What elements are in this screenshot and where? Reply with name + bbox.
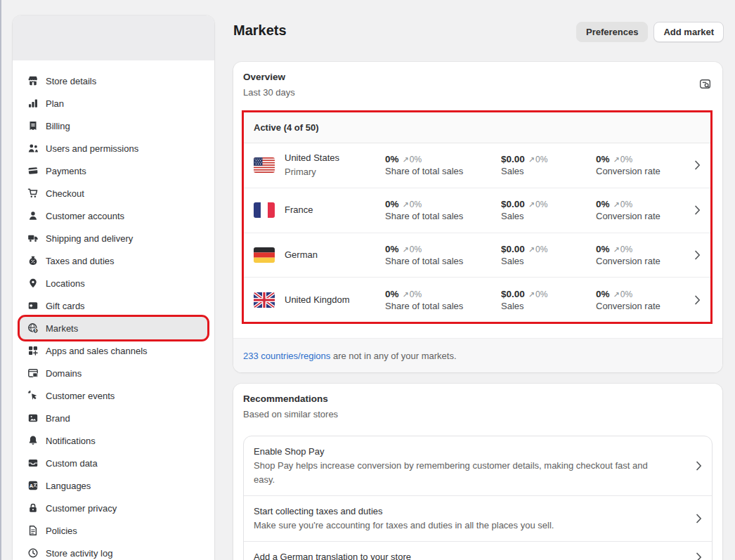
- add-market-button[interactable]: Add market: [653, 22, 724, 42]
- sidebar-item-custom-data[interactable]: Custom data: [20, 452, 207, 474]
- active-markets-annotation-box: Active (4 of 50) United States Primary 0…: [242, 110, 713, 324]
- sidebar-item-label: Custom data: [46, 458, 98, 469]
- sidebar-item-customer-privacy[interactable]: Customer privacy: [20, 497, 207, 519]
- chevron-right-icon: [691, 160, 701, 170]
- sidebar-item-locations[interactable]: Locations: [20, 272, 207, 294]
- location-pin-icon: [27, 278, 39, 289]
- chevron-right-icon: [691, 250, 701, 260]
- stat-sales: $0.00↗0% Sales: [501, 289, 596, 311]
- preferences-button[interactable]: Preferences: [576, 22, 648, 42]
- truck-icon: [27, 233, 39, 245]
- sidebar-item-shipping-and-delivery[interactable]: Shipping and delivery: [20, 227, 207, 249]
- sidebar-item-notifications[interactable]: Notifications: [20, 429, 207, 452]
- recommendation-enable-shop-pay[interactable]: Enable Shop Pay Shop Pay helps increase …: [244, 436, 712, 495]
- recommendation-start-collecting-taxes[interactable]: Start collecting taxes and duties Make s…: [244, 495, 712, 541]
- sidebar-item-brand[interactable]: Brand: [20, 407, 207, 429]
- chevron-right-icon: [692, 514, 702, 523]
- translate-icon: A: [27, 480, 39, 492]
- sidebar-item-label: Billing: [46, 121, 70, 131]
- sidebar-item-customer-events[interactable]: Customer events: [20, 384, 207, 407]
- sidebar-item-taxes-and-duties[interactable]: Taxes and duties: [20, 249, 207, 272]
- sidebar-item-payments[interactable]: Payments: [20, 159, 207, 182]
- sidebar-item-label: Apps and sales channels: [46, 346, 148, 356]
- sidebar-item-checkout[interactable]: Checkout: [20, 182, 207, 204]
- uk-flag-icon: [254, 292, 275, 308]
- market-row-united-states[interactable]: United States Primary 0%↗0% Share of tot…: [244, 143, 710, 188]
- sidebar-item-label: Payments: [46, 166, 86, 176]
- settings-sidebar: Store details Plan Billing Users and per…: [13, 15, 214, 560]
- market-subtitle: Primary: [285, 165, 385, 179]
- recommendation-add-german-translation[interactable]: Add a German translation to your store: [244, 541, 712, 560]
- cursor-click-icon: [27, 390, 39, 402]
- recommendation-description: Make sure you're accounting for taxes an…: [254, 519, 660, 533]
- recommendation-title: Add a German translation to your store: [254, 550, 684, 560]
- sidebar-item-plan[interactable]: Plan: [20, 92, 207, 115]
- sidebar-item-label: Store activity log: [46, 548, 112, 559]
- billing-receipt-icon: [27, 120, 39, 132]
- plan-chart-icon: [27, 98, 39, 110]
- market-row-german[interactable]: German 0%↗0% Share of total sales $0.00↗…: [244, 233, 710, 278]
- sidebar-item-label: Users and permissions: [46, 143, 138, 154]
- domains-window-icon: [27, 367, 39, 379]
- market-name: United Kingdom: [285, 293, 385, 307]
- stat-conversion-rate: 0%↗0% Conversion rate: [596, 154, 691, 176]
- users-icon: [27, 143, 39, 155]
- sidebar-item-label: Gift cards: [46, 301, 85, 311]
- active-markets-list: United States Primary 0%↗0% Share of tot…: [244, 143, 710, 322]
- market-name: German: [285, 248, 385, 262]
- chevron-right-icon: [692, 552, 702, 560]
- trend-up-icon: ↗: [613, 290, 620, 299]
- sidebar-item-label: Customer accounts: [46, 211, 124, 221]
- custom-data-icon: [27, 457, 39, 469]
- sidebar-item-label: Plan: [46, 98, 64, 109]
- recommendations-list: Enable Shop Pay Shop Pay helps increase …: [243, 436, 713, 560]
- sidebar-item-apps-and-sales-channels[interactable]: Apps and sales channels: [20, 339, 207, 362]
- sidebar-item-store-details[interactable]: Store details: [20, 70, 207, 92]
- view-report-button[interactable]: [697, 76, 713, 91]
- sidebar-item-label: Customer privacy: [46, 503, 117, 514]
- stat-share-of-total-sales: 0%↗0% Share of total sales: [385, 154, 501, 176]
- germany-flag-icon: [254, 247, 275, 263]
- overview-subtitle: Last 30 days: [243, 87, 295, 98]
- sidebar-item-users-and-permissions[interactable]: Users and permissions: [20, 137, 207, 159]
- trend-up-icon: ↗: [613, 245, 620, 254]
- person-icon: [27, 210, 39, 222]
- sidebar-item-label: Customer events: [46, 391, 115, 401]
- globe-dollar-icon: $: [27, 323, 39, 334]
- trend-up-icon: ↗: [613, 200, 620, 209]
- trend-up-icon: ↗: [403, 200, 409, 209]
- activity-clock-icon: [27, 547, 39, 559]
- money-bag-icon: [27, 255, 39, 267]
- france-flag-icon: [254, 202, 275, 218]
- sidebar-item-languages[interactable]: A Languages: [20, 474, 207, 497]
- checkout-cart-icon: [27, 188, 39, 200]
- trend-up-icon: ↗: [528, 245, 535, 254]
- recommendation-description: Shop Pay helps increase conversion by re…: [254, 459, 660, 487]
- sidebar-item-label: Locations: [46, 278, 85, 289]
- chevron-right-icon: [691, 295, 701, 305]
- settings-nav: Store details Plan Billing Users and per…: [13, 60, 214, 560]
- sidebar-item-store-activity-log[interactable]: Store activity log: [20, 542, 207, 560]
- sidebar-item-domains[interactable]: Domains: [20, 362, 207, 384]
- sidebar-item-markets[interactable]: $ Markets: [20, 317, 207, 339]
- sidebar-item-label: Checkout: [46, 188, 84, 199]
- trend-up-icon: ↗: [613, 155, 620, 164]
- policy-doc-icon: [27, 525, 39, 537]
- recommendations-card: Recommendations Based on similar stores …: [233, 384, 722, 560]
- stat-conversion-rate: 0%↗0% Conversion rate: [596, 244, 691, 266]
- countries-regions-link[interactable]: 233 countries/regions: [243, 351, 330, 361]
- sidebar-item-label: Markets: [46, 323, 78, 334]
- market-row-united-kingdom[interactable]: United Kingdom 0%↗0% Share of total sale…: [244, 277, 710, 322]
- trend-up-icon: ↗: [528, 290, 535, 299]
- lock-icon: [27, 502, 39, 514]
- stat-sales: $0.00↗0% Sales: [501, 244, 596, 266]
- sidebar-item-customer-accounts[interactable]: Customer accounts: [20, 204, 207, 227]
- stat-conversion-rate: 0%↗0% Conversion rate: [596, 199, 691, 221]
- market-row-france[interactable]: France 0%↗0% Share of total sales $0.00↗…: [244, 188, 710, 233]
- active-markets-header: Active (4 of 50): [244, 112, 710, 143]
- sidebar-item-gift-cards[interactable]: Gift cards: [20, 294, 207, 317]
- sidebar-item-billing[interactable]: Billing: [20, 115, 207, 137]
- stat-share-of-total-sales: 0%↗0% Share of total sales: [385, 199, 501, 221]
- overview-footer: 233 countries/regions are not in any of …: [233, 338, 722, 372]
- sidebar-item-policies[interactable]: Policies: [20, 519, 207, 542]
